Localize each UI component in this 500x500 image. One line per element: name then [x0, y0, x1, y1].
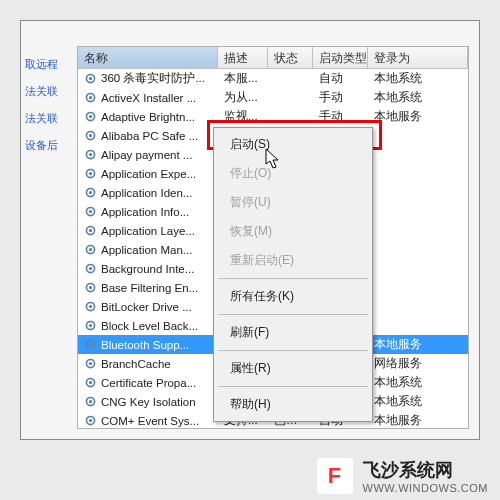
svg-point-1	[89, 77, 92, 80]
svg-point-23	[89, 286, 92, 289]
col-logon[interactable]: 登录为	[368, 47, 468, 68]
svg-point-33	[89, 381, 92, 384]
menu-item: 停止(O)	[216, 159, 370, 188]
svg-point-37	[89, 419, 92, 422]
left-nav-item[interactable]: 法关联	[21, 78, 71, 105]
service-icon	[84, 338, 97, 351]
service-icon	[84, 319, 97, 332]
service-icon	[84, 224, 97, 237]
watermark-title: 飞沙系统网	[363, 458, 488, 482]
service-icon	[84, 110, 97, 123]
table-header: 名称 描述 状态 启动类型 登录为	[78, 47, 468, 69]
menu-separator	[218, 314, 368, 315]
watermark-logo: F	[317, 458, 353, 494]
left-nav-item[interactable]: 设备后	[21, 132, 71, 159]
svg-point-5	[89, 115, 92, 118]
svg-point-3	[89, 96, 92, 99]
menu-separator	[218, 386, 368, 387]
menu-item[interactable]: 属性(R)	[216, 354, 370, 383]
cursor-icon	[265, 148, 281, 170]
svg-point-25	[89, 305, 92, 308]
col-start[interactable]: 启动类型	[313, 47, 368, 68]
menu-item[interactable]: 刷新(F)	[216, 318, 370, 347]
col-state[interactable]: 状态	[268, 47, 313, 68]
service-icon	[84, 414, 97, 427]
window-frame: 取远程 法关联 法关联 设备后 名称 描述 状态 启动类型 登录为 360 杀毒…	[20, 20, 480, 440]
menu-item[interactable]: 帮助(H)	[216, 390, 370, 419]
menu-item: 重新启动(E)	[216, 246, 370, 275]
service-icon	[84, 167, 97, 180]
svg-point-9	[89, 153, 92, 156]
svg-point-35	[89, 400, 92, 403]
svg-point-29	[89, 343, 92, 346]
context-menu: 启动(S)停止(O)暂停(U)恢复(M)重新启动(E)所有任务(K)刷新(F)属…	[213, 127, 373, 422]
watermark-url: WWW.WINDOWS.COM	[363, 482, 488, 494]
service-icon	[84, 300, 97, 313]
svg-point-17	[89, 229, 92, 232]
svg-point-19	[89, 248, 92, 251]
left-nav-item[interactable]: 法关联	[21, 105, 71, 132]
svg-point-7	[89, 134, 92, 137]
table-row[interactable]: Adaptive Brightn...监视...手动本地服务	[78, 107, 468, 126]
menu-separator	[218, 278, 368, 279]
table-row[interactable]: ActiveX Installer ...为从...手动本地系统	[78, 88, 468, 107]
service-icon	[84, 243, 97, 256]
service-icon	[84, 262, 97, 275]
col-name[interactable]: 名称	[78, 47, 218, 68]
service-icon	[84, 148, 97, 161]
svg-point-21	[89, 267, 92, 270]
left-nav-item[interactable]: 取远程	[21, 51, 71, 78]
service-icon	[84, 281, 97, 294]
menu-item: 暂停(U)	[216, 188, 370, 217]
watermark: F 飞沙系统网 WWW.WINDOWS.COM	[317, 458, 488, 494]
service-icon	[84, 205, 97, 218]
service-icon	[84, 72, 97, 85]
service-icon	[84, 395, 97, 408]
service-icon	[84, 186, 97, 199]
col-desc[interactable]: 描述	[218, 47, 268, 68]
menu-item[interactable]: 启动(S)	[216, 130, 370, 159]
service-icon	[84, 129, 97, 142]
menu-separator	[218, 350, 368, 351]
svg-point-15	[89, 210, 92, 213]
service-icon	[84, 91, 97, 104]
table-row[interactable]: 360 杀毒实时防护...本服...自动本地系统	[78, 69, 468, 88]
svg-point-31	[89, 362, 92, 365]
service-icon	[84, 376, 97, 389]
svg-point-13	[89, 191, 92, 194]
menu-item[interactable]: 所有任务(K)	[216, 282, 370, 311]
service-icon	[84, 357, 97, 370]
svg-point-27	[89, 324, 92, 327]
menu-item: 恢复(M)	[216, 217, 370, 246]
svg-point-11	[89, 172, 92, 175]
left-nav: 取远程 法关联 法关联 设备后	[21, 51, 71, 159]
